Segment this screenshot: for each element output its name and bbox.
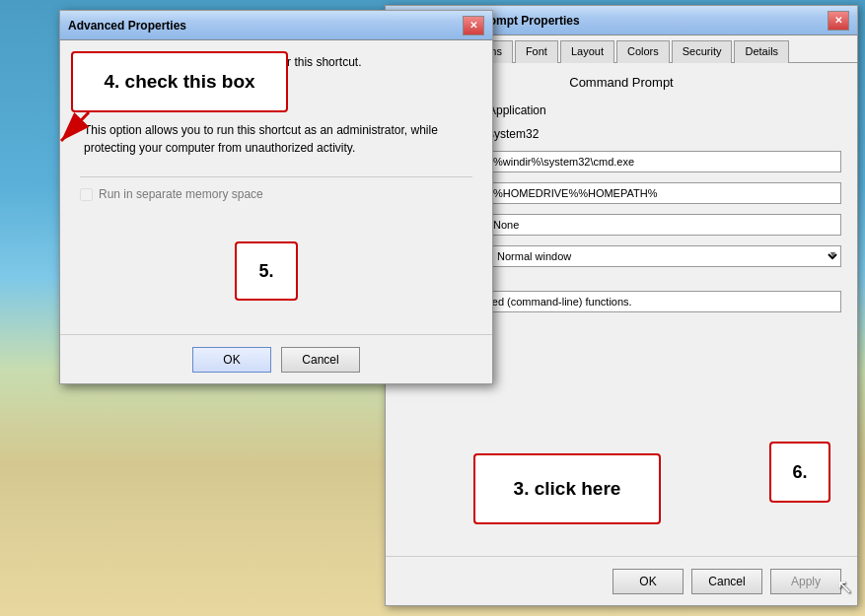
cmd-cancel-button[interactable]: Cancel bbox=[691, 569, 762, 594]
adv-ok-button[interactable]: OK bbox=[192, 347, 271, 373]
separator bbox=[80, 176, 472, 177]
startin-input[interactable] bbox=[488, 182, 841, 204]
adv-description-text: This option allows you to run this short… bbox=[80, 121, 472, 157]
shortcut-key-input[interactable] bbox=[488, 214, 841, 236]
type-value: Application bbox=[488, 103, 546, 117]
mem-space-row: Run in separate memory space bbox=[80, 187, 472, 201]
cmd-ok-button[interactable]: OK bbox=[613, 569, 684, 594]
cmd-close-button[interactable]: ✕ bbox=[828, 11, 849, 31]
cmd-apply-button[interactable]: Apply bbox=[770, 569, 841, 594]
run-select[interactable]: Normal window bbox=[488, 245, 841, 267]
location-value: system32 bbox=[488, 127, 539, 141]
adv-cancel-button[interactable]: Cancel bbox=[281, 347, 360, 373]
step6-annotation: 6. bbox=[769, 442, 830, 503]
adv-window-title: Advanced Properties bbox=[68, 19, 461, 33]
target-input[interactable] bbox=[488, 151, 841, 172]
tab-colors[interactable]: Colors bbox=[616, 40, 670, 63]
tab-layout[interactable]: Layout bbox=[560, 40, 614, 63]
mouse-cursor: ↖ bbox=[836, 575, 853, 598]
tab-security[interactable]: Security bbox=[672, 40, 733, 63]
tab-details[interactable]: Details bbox=[734, 40, 789, 63]
cmd-footer: OK Cancel Apply bbox=[386, 556, 857, 605]
step5-annotation: 5. bbox=[235, 241, 298, 301]
adv-footer: OK Cancel bbox=[60, 334, 492, 383]
mem-space-label: Run in separate memory space bbox=[99, 187, 263, 201]
adv-titlebar: Advanced Properties ✕ bbox=[60, 11, 492, 40]
adv-close-button[interactable]: ✕ bbox=[463, 16, 484, 35]
mem-space-checkbox bbox=[80, 188, 93, 201]
step4-annotation: 4. check this box bbox=[71, 51, 288, 112]
tab-font[interactable]: Font bbox=[515, 40, 558, 63]
step3-annotation: 3. click here bbox=[473, 453, 661, 524]
